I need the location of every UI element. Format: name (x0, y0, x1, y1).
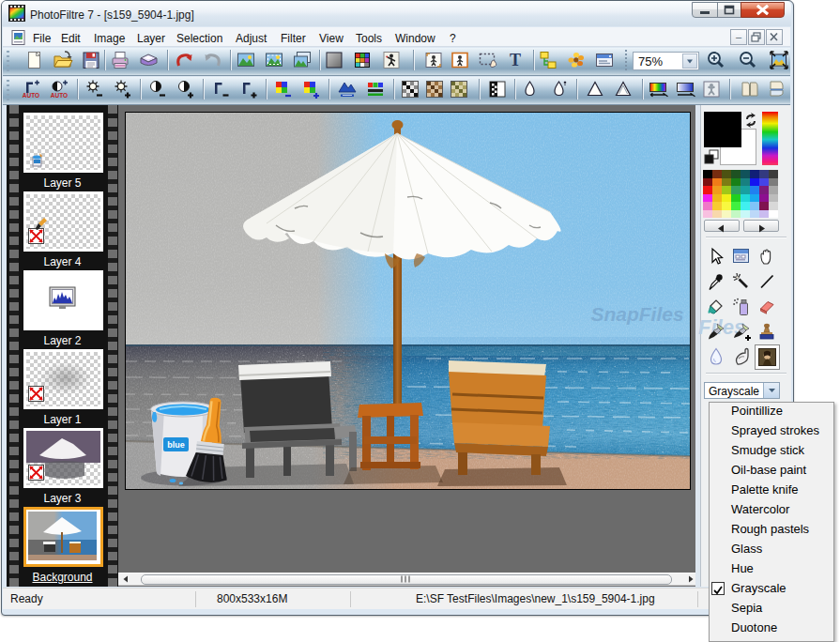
svg-text:T: T (510, 51, 521, 69)
svg-text:SnapFiles: SnapFiles (590, 303, 683, 325)
svg-text:AUTO: AUTO (23, 92, 39, 99)
svg-text:blue: blue (167, 440, 185, 450)
svg-text:AUTO: AUTO (51, 92, 68, 99)
